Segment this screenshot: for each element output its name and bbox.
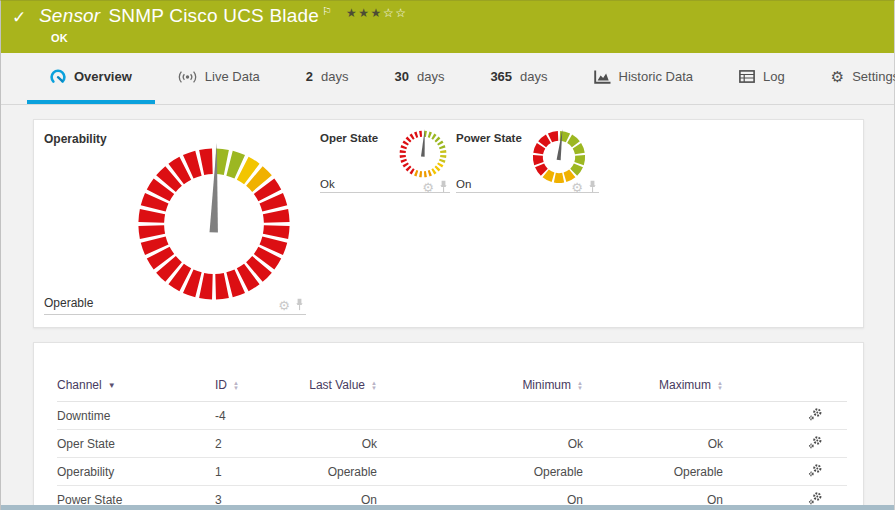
sort-desc-icon: ▼ <box>108 381 116 390</box>
tab-label: Live Data <box>205 69 260 84</box>
tab-30-days[interactable]: 30days <box>371 53 467 104</box>
tab-label: days <box>520 69 547 84</box>
gauge-value-power-state: On <box>456 178 471 190</box>
column-label: Channel <box>57 378 102 392</box>
maximum-value <box>583 402 723 430</box>
oper-state-gauge <box>397 128 449 184</box>
star-filled-icon[interactable]: ★ <box>371 6 383 20</box>
channel-name: Downtime <box>57 402 215 430</box>
gauge-tools: ⚙ <box>422 180 448 193</box>
tab-live-data[interactable]: Live Data <box>155 53 283 104</box>
sort-both-icon: ▲▼ <box>371 381 377 390</box>
edit-channel-gears-icon[interactable] <box>808 491 823 506</box>
column-header-maximum[interactable]: Maximum▲▼ <box>583 369 723 402</box>
channel-id: 2 <box>215 430 287 458</box>
tab-label: Historic Data <box>619 69 693 84</box>
tab-label: Overview <box>74 69 132 84</box>
tab-label: days <box>321 69 348 84</box>
channel-name: Oper State <box>57 430 215 458</box>
column-header-minimum[interactable]: Minimum▲▼ <box>377 369 583 402</box>
star-empty-icon[interactable]: ☆ <box>383 6 395 20</box>
channel-settings-gear-icon[interactable]: ⚙ <box>278 300 290 311</box>
gauge-cell-oper-state: Oper StateOk⚙ <box>320 132 450 193</box>
row-actions <box>723 402 847 430</box>
star-filled-icon[interactable]: ★ <box>358 6 370 20</box>
edit-channel-gears-icon[interactable] <box>808 435 823 450</box>
sort-both-icon: ▲▼ <box>233 381 239 390</box>
gauge-tools: ⚙ <box>571 180 597 193</box>
tab-range-number: 2 <box>306 69 313 84</box>
row-actions <box>723 458 847 486</box>
column-header-actions <box>723 369 847 402</box>
gauge-title-power-state: Power State <box>456 132 522 144</box>
table-row-downtime: Downtime-4 <box>57 402 847 430</box>
tab-overview[interactable]: Overview <box>27 53 155 104</box>
priority-flag-icon[interactable]: ⚐ <box>322 5 332 17</box>
column-header-last-value[interactable]: Last Value▲▼ <box>287 369 377 402</box>
gauge-tools: ⚙ <box>278 298 304 311</box>
pin-icon[interactable] <box>439 180 448 193</box>
tab-log[interactable]: Log <box>716 53 808 104</box>
column-header-id[interactable]: ID▲▼ <box>215 369 287 402</box>
channel-settings-gear-icon[interactable]: ⚙ <box>422 182 434 193</box>
pin-icon[interactable] <box>295 298 304 311</box>
broadcast-icon <box>178 70 197 84</box>
column-header-channel[interactable]: Channel▼ <box>57 369 215 402</box>
pin-icon[interactable] <box>588 180 597 193</box>
tab-range-number: 30 <box>394 69 408 84</box>
last-value <box>287 402 377 430</box>
tab-bar: OverviewLive Data2days30days365daysHisto… <box>1 53 894 105</box>
maximum-value: Ok <box>583 430 723 458</box>
gauge-value-oper-state: Ok <box>320 178 335 190</box>
row-actions <box>723 430 847 458</box>
sort-both-icon: ▲▼ <box>717 381 723 390</box>
minimum-value <box>377 402 583 430</box>
area-chart-icon <box>594 70 611 84</box>
channels-table: Channel▼ID▲▼Last Value▲▼Minimum▲▼Maximum… <box>57 369 847 510</box>
channel-id: -4 <box>215 402 287 430</box>
object-kind-label: Sensor <box>39 5 100 26</box>
column-label: Last Value <box>309 378 365 392</box>
tab-365-days[interactable]: 365days <box>467 53 570 104</box>
tab-label: days <box>417 69 444 84</box>
channel-id: 1 <box>215 458 287 486</box>
status-ok-check-icon: ✓ <box>12 7 26 28</box>
last-value: Ok <box>287 430 377 458</box>
tab-settings[interactable]: ⚙Settings <box>808 53 895 104</box>
minimum-value: Ok <box>377 430 583 458</box>
gauge-cell-power-state: Power StateOn⚙ <box>456 132 599 193</box>
sensor-status-text: OK <box>51 32 68 44</box>
edit-channel-gears-icon[interactable] <box>808 407 823 422</box>
minimum-value: Operable <box>377 458 583 486</box>
star-empty-icon[interactable]: ☆ <box>395 6 407 20</box>
gauge-title-operability: Operability <box>44 132 107 146</box>
tab-label: Settings <box>852 69 895 84</box>
table-header-row: Channel▼ID▲▼Last Value▲▼Minimum▲▼Maximum… <box>57 369 847 402</box>
tab-label: Log <box>763 69 785 84</box>
edit-channel-gears-icon[interactable] <box>808 463 823 478</box>
table-row-operability: Operability1OperableOperableOperable <box>57 458 847 486</box>
maximum-value: Operable <box>583 458 723 486</box>
channel-name: Operability <box>57 458 215 486</box>
sensor-header: ✓ SensorSNMP Cisco UCS Blade⚐★★★☆☆ OK <box>1 1 894 53</box>
gauge-icon <box>50 69 66 85</box>
gauge-title-oper-state: Oper State <box>320 132 378 144</box>
channels-panel: Channel▼ID▲▼Last Value▲▼Minimum▲▼Maximum… <box>33 342 864 510</box>
sensor-title: SensorSNMP Cisco UCS Blade⚐★★★☆☆ <box>39 5 407 27</box>
prtg-window: ✓ SensorSNMP Cisco UCS Blade⚐★★★☆☆ OK Ov… <box>0 0 895 510</box>
window-bottom-edge <box>1 505 894 510</box>
priority-stars[interactable]: ★★★☆☆ <box>346 6 407 20</box>
star-filled-icon[interactable]: ★ <box>346 6 358 20</box>
sensor-name: SNMP Cisco UCS Blade <box>108 5 319 26</box>
gauges-panel: OperabilityOperable⚙Oper StateOk⚙Power S… <box>33 119 864 328</box>
column-label: Maximum <box>659 378 711 392</box>
tab-historic-data[interactable]: Historic Data <box>571 53 716 104</box>
sort-both-icon: ▲▼ <box>577 381 583 390</box>
operability-gauge <box>130 140 298 312</box>
tab-2-days[interactable]: 2days <box>283 53 372 104</box>
log-icon <box>739 70 755 83</box>
channel-settings-gear-icon[interactable]: ⚙ <box>571 182 583 193</box>
last-value: Operable <box>287 458 377 486</box>
gauge-cell-operability: OperabilityOperable⚙ <box>44 132 306 315</box>
column-label: Minimum <box>522 378 571 392</box>
